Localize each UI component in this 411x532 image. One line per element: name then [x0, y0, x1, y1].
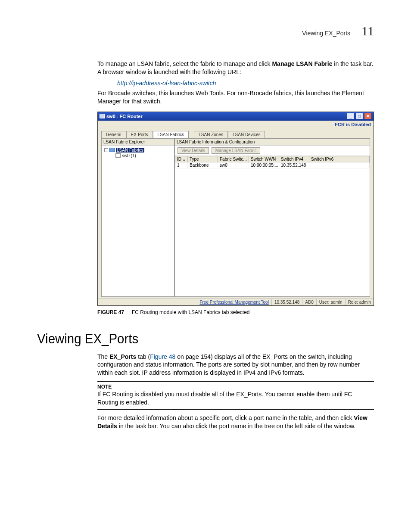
sort-indicator-icon: ▲	[183, 158, 186, 161]
tree-leaf-row[interactable]: sw0 (1)	[104, 153, 171, 159]
tree-leaf-label: sw0 (1)	[122, 153, 136, 158]
collapse-icon[interactable]: -	[104, 148, 108, 152]
col-ipv6[interactable]: Switch IPv6	[309, 156, 370, 162]
window-titlebar: sw0 - FC Router _ □ ✕	[98, 112, 374, 121]
tree-root-row[interactable]: - LSAN Fabrics	[104, 147, 171, 153]
cell-wwn: 10:00:00:05:...	[249, 162, 279, 168]
cell-ipv4: 10.35.52.148	[279, 162, 309, 168]
cell-fabric-switch: sw0	[218, 162, 249, 168]
figure-label: FIGURE 47	[97, 309, 124, 315]
tab-lsan-devices[interactable]: LSAN Devices	[228, 131, 265, 138]
col-id[interactable]: ID ▲	[175, 156, 188, 162]
tree-root-label[interactable]: LSAN Fabrics	[116, 148, 144, 152]
tab-ex-ports[interactable]: EX-Ports	[126, 131, 153, 138]
note-text: If FC Routing is disabled you must disab…	[97, 390, 374, 407]
tree-view: - LSAN Fabrics sw0 (1)	[102, 146, 174, 296]
cell-type: Backbone	[188, 162, 218, 168]
figure-47-window: sw0 - FC Router _ □ ✕ FCR is Disabled Ge…	[97, 112, 374, 306]
footer-tool-link[interactable]: Free Professional Management Tool	[197, 299, 271, 305]
col-type[interactable]: Type	[188, 156, 218, 162]
note-label: NOTE	[97, 383, 374, 390]
page-number: 11	[361, 24, 374, 38]
figure-caption-text: FC Routing module with LSAN Fabrics tab …	[132, 309, 249, 315]
minimize-button[interactable]: _	[347, 113, 355, 119]
explorer-panel: LSAN Fabric Explorer - LSAN Fabrics sw0 …	[101, 138, 174, 297]
header-section-label: Viewing EX_Ports	[302, 30, 350, 37]
footer-ad: AD0	[302, 299, 316, 305]
paragraph-1: To manage an LSAN fabric, select the fab…	[97, 60, 374, 76]
paragraph-2: For Brocade switches, this launches Web …	[97, 89, 374, 106]
example-url: http://ip-address-of-lsan-fabric-switch	[117, 80, 374, 87]
cell-id: 1	[175, 162, 188, 168]
note-block: NOTE If FC Routing is disabled you must …	[97, 381, 374, 410]
col-wwn[interactable]: Switch WWN	[249, 156, 279, 162]
footer-ip: 10.35.52.148	[271, 299, 302, 305]
figure-caption: FIGURE 47FC Routing module with LSAN Fab…	[97, 309, 374, 315]
footer-role: Role: admin	[345, 299, 374, 305]
table-row[interactable]: 1 Backbone sw0 10:00:00:05:... 10.35.52.…	[175, 162, 370, 168]
tab-lsan-fabrics[interactable]: LSAN Fabrics	[153, 131, 189, 138]
detail-panel: LSAN Fabric Information & Configuration …	[174, 138, 370, 297]
switch-icon	[115, 153, 121, 158]
paragraph-4: For more detailed information about a sp…	[97, 414, 374, 430]
fabric-table: ID ▲ Type Fabric Switc... Switch WWN Swi…	[175, 156, 370, 296]
view-details-button[interactable]: View Details	[177, 147, 209, 154]
footer-user: User: admin	[316, 299, 345, 305]
paragraph-3: The EX_Ports tab (Figure 48 on page 154)…	[97, 353, 374, 377]
window-title: sw0 - FC Router	[106, 114, 143, 119]
fabric-icon	[109, 148, 115, 152]
window-footer: Free Professional Management Tool 10.35.…	[98, 299, 374, 305]
detail-title: LSAN Fabric Information & Configuration	[175, 139, 370, 146]
tab-lsan-zones[interactable]: LSAN Zones	[194, 131, 228, 138]
manage-lsan-button[interactable]: Manage LSAN Fabric	[212, 147, 261, 154]
col-fabric-switch[interactable]: Fabric Switc...	[218, 156, 249, 162]
page-header: Viewing EX_Ports 11	[37, 24, 374, 38]
close-button[interactable]: ✕	[364, 113, 372, 119]
tab-general[interactable]: General	[101, 131, 126, 138]
app-icon	[100, 114, 105, 118]
fcr-status: FCR is Disabled	[98, 121, 374, 131]
table-header: ID ▲ Type Fabric Switc... Switch WWN Swi…	[175, 156, 370, 162]
manage-lsan-label: Manage LSAN Fabric	[272, 60, 332, 67]
figure-48-link[interactable]: Figure 48	[150, 353, 175, 360]
tab-bar: General EX-Ports LSAN Fabrics LSAN Zones…	[98, 131, 374, 138]
exports-tab-label: EX_Ports	[109, 353, 136, 360]
explorer-title: LSAN Fabric Explorer	[102, 139, 174, 146]
maximize-button[interactable]: □	[355, 113, 363, 119]
col-ipv4[interactable]: Switch IPv4	[279, 156, 309, 162]
cell-ipv6	[309, 162, 370, 168]
section-heading: Viewing EX_Ports	[37, 331, 347, 347]
